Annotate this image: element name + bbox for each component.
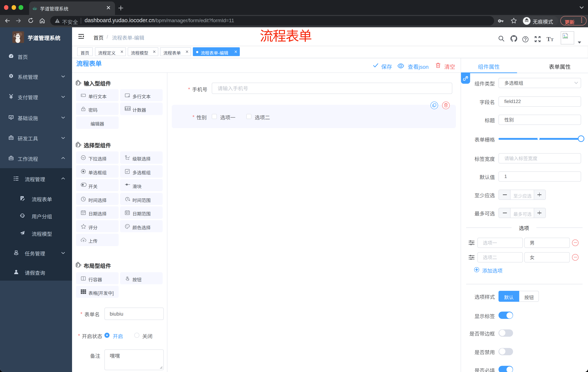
svg-text:123: 123: [125, 107, 130, 110]
